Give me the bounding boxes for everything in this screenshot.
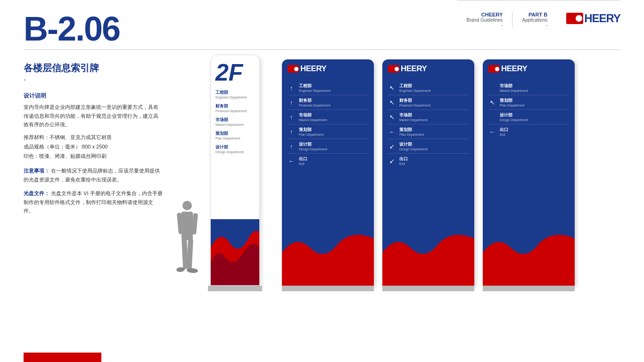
kiosk-dept-2: 财务部 Financial Department: [215, 103, 255, 113]
sign1-item-2: ↑ 财务部Financial Department: [288, 95, 368, 110]
bottom-red-bar: [24, 353, 101, 362]
sign3-item-3: 设计部Design Department: [488, 110, 569, 124]
design-note: 设计说明 室内导向牌是企业内部建立形象统一意识的重要方式，具有传递信息和导向的功…: [24, 92, 163, 161]
sign3-base: [483, 286, 575, 291]
kiosk-wrap: 2F 工程部 Engineer Department 财务部 Financial…: [174, 55, 273, 291]
sign1-item-3: ↑ 市场部Market Department: [288, 110, 368, 124]
logo-section: HEERY: [557, 12, 620, 25]
logo-text: HEERY: [584, 12, 620, 25]
header-middle: CHEERY Brand Guidelines - PART B Applica…: [129, 12, 557, 28]
disc-section: 光盘文件： 光盘文件是本 VI 手册的电子文件集合，内含手册制作的专用软件格式文…: [24, 189, 163, 215]
sign1-header: HEERY: [282, 59, 374, 78]
sign1-base: [282, 286, 374, 291]
sign2-item-2: ↖ 财务部Financial Department: [388, 95, 469, 110]
logo-icon: [566, 13, 583, 24]
cheery-label: CHEERY: [467, 12, 503, 17]
direction-sign-2: HEERY ↖ 工程部Engineer Department ↖ 财务部Fina…: [382, 59, 474, 291]
sign1-departments: ↑ 工程部Engineer Department ↑ 财务部Financial …: [282, 78, 374, 229]
brand-guidelines-label: Brand Guidelines: [467, 17, 503, 23]
sign2-item-6: ↙ 出口Exit: [388, 154, 469, 168]
sign2-item-4: ← 策划部Plan Department: [388, 124, 469, 139]
sign2-departments: ↖ 工程部Engineer Department ↖ 财务部Financial …: [382, 78, 474, 229]
direction-sign-3: HEERY 市场部Market Department ↖ 策划部Plan Dep…: [483, 59, 575, 291]
kiosk-dept-4: 策划部 Plan Department: [215, 131, 255, 140]
kiosk-departments: 工程部 Engineer Department 财务部 Financial De…: [211, 87, 259, 219]
page-code-section: B-2.06: [24, 12, 120, 46]
sign3-departments: 市场部Market Department ↖ 策划部Plan Departmen…: [483, 78, 575, 229]
kiosk-dept-3: 市场部 Market Department: [215, 117, 255, 126]
cheery-logo: HEERY: [566, 12, 620, 25]
title-dash: -: [24, 76, 163, 83]
sign2-item-1: ↖ 工程部Engineer Department: [388, 81, 469, 95]
svg-rect-1: [182, 212, 193, 240]
page-code: B-2.06: [24, 12, 120, 46]
kiosk-sign: 2F 工程部 Engineer Department 财务部 Financial…: [197, 55, 273, 291]
part-b-section: PART B Applications -: [512, 12, 557, 28]
size-text: 成品规格（单位：毫米）:800 x 2500: [24, 142, 163, 152]
note-section: 注意事项： 在一般情况下使用品牌标志，应该尽量使用提供的光盘资源文件，避免在重绘…: [24, 166, 163, 184]
note-text: 注意事项： 在一般情况下使用品牌标志，应该尽量使用提供的光盘资源文件，避免在重绘…: [24, 166, 163, 184]
design-heading: 设计说明: [24, 92, 163, 100]
material-text: 推荐材料：不锈钢、亚克力或其它材质: [24, 133, 163, 142]
human-figure: [174, 195, 200, 291]
cheery-dash: -: [467, 23, 503, 28]
part-dash: -: [522, 23, 547, 28]
part-label: PART B: [522, 12, 547, 17]
kiosk-dept-1: 工程部 Engineer Department: [215, 90, 255, 99]
sign2-item-5: ↙ 设计部Design Department: [388, 139, 469, 154]
signs-panel: 2F 工程部 Engineer Department 财务部 Financial…: [174, 55, 620, 298]
sign2-header: HEERY: [382, 59, 474, 78]
sign3-item-1: 市场部Market Department: [488, 81, 569, 95]
sign1-item-6: ← 出口Exit: [288, 154, 368, 168]
print-text: 印色：喷漆、烤漆、贴膜或丝网印刷: [24, 152, 163, 161]
sign3-item-2: ↖ 策划部Plan Department: [488, 95, 569, 110]
cheery-brand-section: CHEERY Brand Guidelines -: [457, 12, 513, 28]
sign3-header: HEERY: [483, 59, 575, 78]
svg-rect-5: [187, 239, 193, 269]
direction-sign-1: HEERY ↑ 工程部Engineer Department ↑ 财务部Fina…: [282, 59, 374, 291]
floor-number: 2F: [215, 61, 255, 84]
main-content: 各楼层信息索引牌 - 设计说明 室内导向牌是企业内部建立形象统一意识的重要方式，…: [0, 50, 644, 298]
sign2-base: [382, 286, 474, 291]
sign2-item-3: ↖ 市场部Market Department: [388, 110, 469, 124]
note-heading: 注意事项：: [24, 168, 50, 173]
applications-label: Applications: [522, 17, 547, 23]
sign1-item-1: ↑ 工程部Engineer Department: [288, 81, 368, 95]
header: B-2.06 CHEERY Brand Guidelines - PART B …: [0, 0, 644, 46]
sign3-item-4: ← 出口Exit: [488, 124, 569, 139]
design-text: 室内导向牌是企业内部建立形象统一意识的重要方式，具有传递信息和导向的功能，有助于…: [24, 103, 163, 129]
disc-text: 光盘文件： 光盘文件是本 VI 手册的电子文件集合，内含手册制作的专用软件格式文…: [24, 189, 163, 215]
disc-heading: 光盘文件：: [24, 190, 50, 196]
section-title: 各楼层信息索引牌: [24, 62, 163, 74]
left-panel: 各楼层信息索引牌 - 设计说明 室内导向牌是企业内部建立形象统一意识的重要方式，…: [24, 55, 163, 298]
sign1-item-5: ↑ 设计部Design Department: [288, 139, 368, 154]
kiosk-base: [208, 286, 262, 291]
sign1-item-4: ↑ 策划部Plan Department: [288, 124, 368, 139]
kiosk-dept-5: 设计部 Design Department: [215, 144, 255, 154]
svg-point-0: [182, 201, 192, 210]
